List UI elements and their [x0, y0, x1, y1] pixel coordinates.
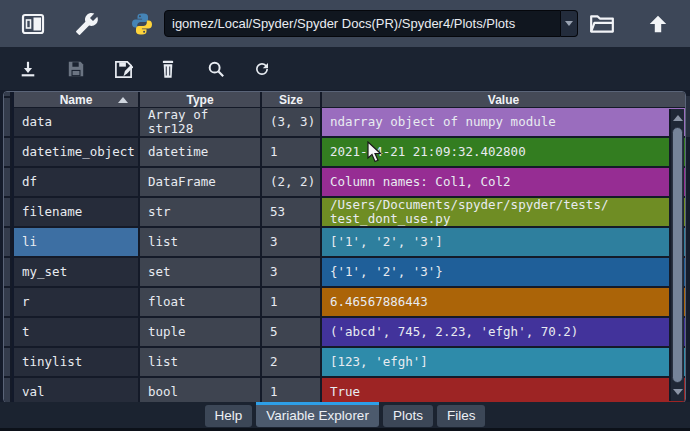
tab-help[interactable]: Help: [205, 405, 253, 427]
row-header-strip: [4, 92, 12, 402]
variable-name-cell[interactable]: tinylist: [14, 348, 140, 376]
variable-value-cell[interactable]: ndarray object of numpy module: [322, 108, 685, 136]
tab-plots[interactable]: Plots: [383, 405, 433, 427]
table-body: dataArray of str128(3, 3)ndarray object …: [14, 108, 685, 403]
variable-type-cell[interactable]: Array of str128: [140, 108, 262, 136]
column-header-value[interactable]: Value: [322, 92, 685, 107]
python-env-button[interactable]: [129, 11, 155, 37]
variable-type-cell[interactable]: datetime: [140, 138, 262, 166]
table-header-row: Name Type Size Value: [14, 92, 685, 108]
save-data-button[interactable]: [66, 59, 86, 79]
variable-name-cell[interactable]: r: [14, 288, 140, 316]
variable-value-cell[interactable]: ('abcd', 745, 2.23, 'efgh', 70.2): [322, 318, 685, 346]
variable-table: Name Type Size Value dataArray of str128…: [3, 91, 686, 403]
variable-size-cell[interactable]: 3: [262, 258, 322, 286]
variable-row[interactable]: datetime_objectdatetime12021-04-21 21:09…: [14, 138, 685, 168]
column-header-size[interactable]: Size: [262, 92, 322, 107]
variable-name-cell[interactable]: df: [14, 168, 140, 196]
preferences-button[interactable]: [74, 11, 100, 37]
variable-name-cell[interactable]: t: [14, 318, 140, 346]
import-data-button[interactable]: [18, 59, 38, 79]
variable-row[interactable]: dataArray of str128(3, 3)ndarray object …: [14, 108, 685, 138]
remove-variable-button[interactable]: [158, 59, 178, 79]
main-toolbar: igomez/Local/Spyder/Spyder Docs(PR)/Spyd…: [0, 0, 690, 47]
variable-name-cell[interactable]: li: [14, 228, 140, 256]
variable-size-cell[interactable]: 3: [262, 228, 322, 256]
variable-type-cell[interactable]: float: [140, 288, 262, 316]
variable-size-cell[interactable]: 1: [262, 138, 322, 166]
search-icon: [207, 60, 225, 78]
variable-size-cell[interactable]: 53: [262, 198, 322, 226]
scrollbar-thumb[interactable]: [672, 127, 683, 383]
save-icon: [67, 60, 85, 78]
refresh-button[interactable]: [252, 59, 272, 79]
tab-variable-explorer[interactable]: Variable Explorer: [256, 402, 379, 427]
scroll-down-button[interactable]: [671, 385, 684, 399]
scroll-up-icon: [673, 115, 683, 121]
variable-value-cell[interactable]: [123, 'efgh']: [322, 348, 685, 376]
variable-row[interactable]: dfDataFrame(2, 2)Column names: Col1, Col…: [14, 168, 685, 198]
pane-tabbar: Help Variable Explorer Plots Files: [0, 402, 690, 428]
search-button[interactable]: [206, 59, 226, 79]
layout-panel-icon: [21, 13, 45, 35]
chevron-down-icon: [565, 21, 573, 26]
variable-type-cell[interactable]: list: [140, 228, 262, 256]
variable-value-cell[interactable]: {'1', '2', '3'}: [322, 258, 685, 286]
variable-row[interactable]: valbool1True: [14, 378, 685, 403]
folder-open-icon: [589, 13, 615, 35]
variable-value-cell[interactable]: 6.46567886443: [322, 288, 685, 316]
column-header-name[interactable]: Name: [14, 92, 140, 107]
variable-type-cell[interactable]: list: [140, 348, 262, 376]
sort-ascending-icon: [118, 97, 128, 103]
layout-panel-button[interactable]: [20, 11, 46, 37]
working-directory-path: igomez/Local/Spyder/Spyder Docs(PR)/Spyd…: [165, 16, 515, 31]
variable-row[interactable]: lilist3['1', '2', '3']: [14, 228, 685, 258]
variable-type-cell[interactable]: DataFrame: [140, 168, 262, 196]
variable-row[interactable]: my_setset3{'1', '2', '3'}: [14, 258, 685, 288]
variable-size-cell[interactable]: (2, 2): [262, 168, 322, 196]
spyder-window: igomez/Local/Spyder/Spyder Docs(PR)/Spyd…: [0, 0, 690, 431]
variable-name-cell[interactable]: val: [14, 378, 140, 403]
variable-type-cell[interactable]: tuple: [140, 318, 262, 346]
browse-directory-button[interactable]: [589, 11, 615, 37]
mouse-cursor: [367, 141, 383, 163]
scroll-down-icon: [673, 389, 683, 395]
python-logo-icon: [130, 12, 154, 36]
parent-directory-button[interactable]: [645, 11, 671, 37]
variable-value-cell[interactable]: True: [322, 378, 685, 403]
working-directory-dropdown-button[interactable]: [561, 10, 578, 37]
up-arrow-icon: [647, 13, 669, 35]
variable-name-cell[interactable]: datetime_object: [14, 138, 140, 166]
scroll-up-button[interactable]: [671, 111, 684, 125]
variable-row[interactable]: ttuple5('abcd', 745, 2.23, 'efgh', 70.2): [14, 318, 685, 348]
column-header-type[interactable]: Type: [140, 92, 262, 107]
variable-type-cell[interactable]: set: [140, 258, 262, 286]
vertical-scrollbar[interactable]: [669, 109, 684, 401]
variable-size-cell[interactable]: 2: [262, 348, 322, 376]
tab-files[interactable]: Files: [437, 405, 486, 427]
variable-row[interactable]: rfloat16.46567886443: [14, 288, 685, 318]
variable-type-cell[interactable]: bool: [140, 378, 262, 403]
wrench-icon: [75, 12, 99, 36]
variable-size-cell[interactable]: (3, 3): [262, 108, 322, 136]
variable-value-cell[interactable]: ['1', '2', '3']: [322, 228, 685, 256]
variable-value-cell[interactable]: /Users/Documents/spyder/spyder/tests/ te…: [322, 198, 685, 226]
import-data-icon: [19, 60, 37, 78]
variable-explorer-toolbar: [0, 47, 690, 90]
variable-size-cell[interactable]: 1: [262, 378, 322, 403]
variable-row[interactable]: tinylistlist2[123, 'efgh']: [14, 348, 685, 378]
trash-icon: [159, 60, 177, 79]
variable-value-cell[interactable]: Column names: Col1, Col2: [322, 168, 685, 196]
refresh-icon: [253, 60, 271, 78]
working-directory-combobox[interactable]: igomez/Local/Spyder/Spyder Docs(PR)/Spyd…: [164, 10, 561, 37]
variable-size-cell[interactable]: 5: [262, 318, 322, 346]
variable-row[interactable]: filenamestr53/Users/Documents/spyder/spy…: [14, 198, 685, 228]
save-data-as-button[interactable]: [113, 59, 133, 79]
variable-type-cell[interactable]: str: [140, 198, 262, 226]
variable-size-cell[interactable]: 1: [262, 288, 322, 316]
variable-name-cell[interactable]: data: [14, 108, 140, 136]
variable-name-cell[interactable]: my_set: [14, 258, 140, 286]
save-as-icon: [114, 60, 133, 79]
variable-name-cell[interactable]: filename: [14, 198, 140, 226]
